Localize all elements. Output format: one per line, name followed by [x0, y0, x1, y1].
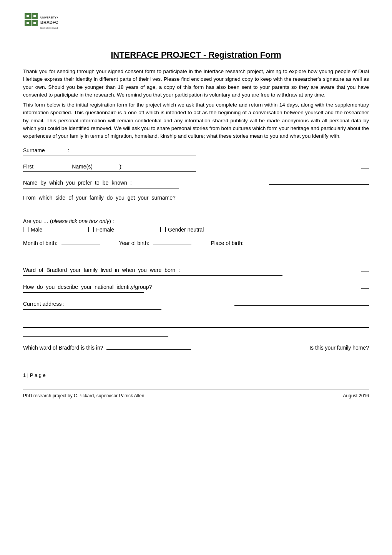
which-ward-label: Which ward of Bradford is this in?	[23, 345, 103, 351]
in-label: in	[115, 267, 119, 273]
you3-label: you	[138, 267, 147, 273]
female-option[interactable]: Female	[88, 227, 114, 233]
known-name-underline	[23, 188, 179, 188]
svg-rect-8	[33, 22, 36, 24]
family-label: family	[90, 195, 104, 201]
footer-left: PhD research project by C.Pickard, super…	[23, 393, 144, 398]
surname2-label: surname?	[152, 195, 176, 201]
born-label: born	[164, 267, 175, 273]
from-label: From	[23, 195, 36, 201]
prefer-label: prefer	[78, 180, 92, 186]
birth-row: Month of birth: Year of birth: Place of …	[23, 238, 369, 246]
you4-label: you	[46, 284, 55, 290]
get-label: get	[128, 195, 135, 201]
identity-label: identity/group?	[116, 284, 152, 290]
you2-label: you	[116, 195, 125, 201]
family-home-label: Is this your family home?	[309, 345, 369, 351]
family-home-field[interactable]	[23, 352, 31, 359]
registration-form: Surname : First Name(s) ): Name by which…	[23, 145, 369, 360]
surname-field[interactable]	[354, 145, 369, 152]
surname-colon: :	[68, 147, 70, 153]
page-number: 1 | P a g e	[23, 372, 46, 378]
year-birth-label: Year of birth:	[119, 240, 149, 246]
svg-text:BRADFORD: BRADFORD	[40, 20, 58, 25]
your4-label: your	[81, 284, 91, 290]
svg-rect-5	[27, 15, 29, 17]
do-label: do	[107, 195, 113, 201]
tick-note: please tick one box only	[52, 218, 109, 224]
male-label: Male	[31, 227, 42, 233]
ward-underline	[23, 275, 282, 276]
you-label: you	[66, 180, 75, 186]
gender-options: Male Female Gender neutral	[23, 227, 369, 233]
month-birth-label: Month of birth:	[23, 240, 58, 246]
female-checkbox[interactable]	[88, 227, 94, 232]
title-section: INTERFACE PROJECT - Registration Form	[23, 50, 369, 60]
current-address-field[interactable]	[234, 299, 369, 306]
place-birth-label: Place of birth:	[211, 240, 244, 246]
how-label: How	[23, 284, 34, 290]
first-name-field[interactable]	[361, 162, 369, 168]
which-ward-field[interactable]	[106, 343, 191, 350]
male-option[interactable]: Male	[23, 227, 42, 233]
place-birth-field[interactable]	[23, 249, 38, 256]
surname-side-field[interactable]	[23, 202, 38, 209]
page-number-section: 1 | P a g e	[23, 372, 369, 378]
your-label: your	[76, 195, 86, 201]
svg-rect-7	[27, 22, 29, 24]
gender-neutral-checkbox[interactable]	[160, 227, 166, 232]
side-label: side	[55, 195, 65, 201]
which2-label: which	[39, 195, 53, 201]
be-label: be	[103, 180, 109, 186]
university-logo: UNIVERSITY OF BRADFORD MAKING KNOWLEDGE …	[23, 12, 58, 38]
name-label: Name	[23, 180, 37, 186]
your2-label: your	[138, 195, 148, 201]
your3-label: your	[70, 267, 80, 273]
page-footer: PhD research project by C.Pickard, super…	[23, 390, 369, 398]
are-you-label: Are you … (please tick one box only) :	[23, 218, 114, 224]
bradford-label: Bradford	[47, 267, 67, 273]
intro-paragraph-1: Thank you for sending through your signe…	[23, 68, 369, 99]
known-colon: :	[130, 180, 132, 186]
known-label: known	[111, 180, 127, 186]
surname-underline	[23, 155, 196, 155]
gender-neutral-label: Gender neutral	[168, 227, 204, 233]
current-label: Current address :	[23, 301, 65, 307]
known-name-field[interactable]	[269, 178, 369, 185]
surname-label: Surname	[23, 147, 45, 153]
page-header: UNIVERSITY OF BRADFORD MAKING KNOWLEDGE …	[23, 12, 369, 38]
gender-neutral-option[interactable]: Gender neutral	[160, 227, 204, 233]
which-label: which	[49, 180, 63, 186]
by-label: by	[40, 180, 46, 186]
first-label: First	[23, 163, 33, 170]
ward-born-field[interactable]	[361, 265, 369, 272]
national-identity-underline	[23, 292, 144, 293]
national-label: national	[95, 284, 113, 290]
intro-paragraph-2: This form below is the initial registrat…	[23, 101, 369, 140]
to-label: to	[95, 180, 100, 186]
of2-label: of	[39, 267, 43, 273]
national-identity-field[interactable]	[361, 282, 369, 289]
born-colon: :	[178, 267, 180, 273]
footer-right: August 2016	[343, 393, 369, 398]
lived-label: lived	[101, 267, 112, 273]
logo-container: UNIVERSITY OF BRADFORD MAKING KNOWLEDGE …	[23, 12, 58, 38]
female-label: Female	[96, 227, 114, 233]
when-label: when	[122, 267, 135, 273]
male-checkbox[interactable]	[23, 227, 28, 232]
year-birth-field[interactable]	[153, 238, 191, 245]
do2-label: do	[37, 284, 43, 290]
svg-text:MAKING KNOWLEDGE WORK: MAKING KNOWLEDGE WORK	[40, 27, 58, 29]
month-birth-field[interactable]	[61, 238, 100, 245]
first-name-underline	[23, 171, 196, 172]
svg-text:UNIVERSITY OF: UNIVERSITY OF	[40, 16, 58, 19]
address-line-2[interactable]	[23, 330, 168, 337]
names-label: Name(s)	[72, 163, 93, 170]
svg-rect-6	[33, 15, 36, 17]
names-paren: ):	[120, 163, 123, 170]
address-underline-1	[23, 309, 161, 310]
of-label: of	[68, 195, 73, 201]
were-label: were	[150, 267, 161, 273]
ward-label: Ward	[23, 267, 36, 273]
page-title: INTERFACE PROJECT - Registration Form	[23, 50, 369, 60]
